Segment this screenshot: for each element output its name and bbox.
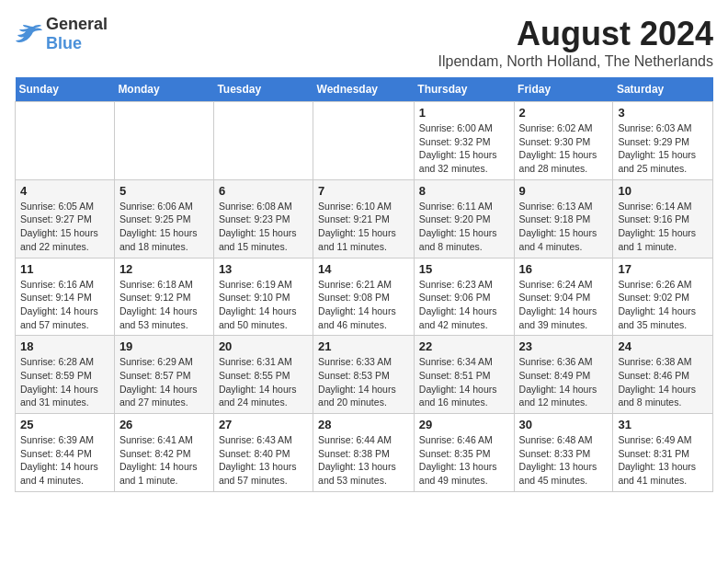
calendar-cell: 31Sunrise: 6:49 AM Sunset: 8:31 PM Dayli… (613, 414, 713, 492)
calendar-cell: 1Sunrise: 6:00 AM Sunset: 9:32 PM Daylig… (414, 102, 514, 180)
day-number: 4 (20, 184, 109, 198)
logo-general: General (46, 15, 108, 33)
day-number: 18 (20, 339, 109, 353)
day-info: Sunrise: 6:34 AM Sunset: 8:51 PM Dayligh… (419, 355, 509, 409)
day-of-week-header: Thursday (414, 77, 514, 102)
calendar-cell (114, 102, 213, 180)
day-info: Sunrise: 6:38 AM Sunset: 8:46 PM Dayligh… (618, 355, 708, 409)
day-number: 26 (119, 418, 209, 431)
day-info: Sunrise: 6:18 AM Sunset: 9:12 PM Dayligh… (119, 278, 209, 332)
logo-blue: Blue (46, 34, 82, 52)
day-number: 30 (519, 418, 609, 431)
day-of-week-header: Saturday (613, 77, 713, 102)
day-info: Sunrise: 6:03 AM Sunset: 9:29 PM Dayligh… (618, 121, 708, 176)
header: General Blue August 2024 Ilpendam, North… (15, 15, 713, 70)
day-number: 3 (618, 106, 708, 120)
calendar-cell: 22Sunrise: 6:34 AM Sunset: 8:51 PM Dayli… (414, 336, 514, 414)
calendar-cell: 29Sunrise: 6:46 AM Sunset: 8:35 PM Dayli… (414, 414, 514, 492)
calendar-cell: 6Sunrise: 6:08 AM Sunset: 9:23 PM Daylig… (213, 179, 313, 258)
calendar-cell: 2Sunrise: 6:02 AM Sunset: 9:30 PM Daylig… (514, 102, 613, 180)
calendar-cell: 16Sunrise: 6:24 AM Sunset: 9:04 PM Dayli… (514, 258, 613, 336)
logo-icon (15, 23, 42, 45)
day-number: 6 (219, 184, 308, 198)
day-info: Sunrise: 6:33 AM Sunset: 8:53 PM Dayligh… (318, 355, 409, 409)
day-number: 5 (119, 184, 209, 198)
day-number: 2 (519, 106, 609, 120)
day-number: 21 (318, 339, 409, 353)
calendar-cell: 28Sunrise: 6:44 AM Sunset: 8:38 PM Dayli… (313, 414, 415, 492)
day-of-week-header: Monday (114, 77, 213, 102)
page-subtitle: Ilpendam, North Holland, The Netherlands (438, 53, 713, 70)
day-info: Sunrise: 6:46 AM Sunset: 8:35 PM Dayligh… (419, 433, 509, 488)
page-title: August 2024 (438, 15, 713, 53)
day-info: Sunrise: 6:36 AM Sunset: 8:49 PM Dayligh… (519, 355, 609, 409)
calendar-cell (313, 102, 415, 180)
day-info: Sunrise: 6:44 AM Sunset: 8:38 PM Dayligh… (318, 433, 409, 488)
calendar-cell: 18Sunrise: 6:28 AM Sunset: 8:59 PM Dayli… (16, 336, 115, 414)
calendar-cell (213, 102, 313, 180)
day-info: Sunrise: 6:26 AM Sunset: 9:02 PM Dayligh… (618, 278, 708, 332)
day-info: Sunrise: 6:19 AM Sunset: 9:10 PM Dayligh… (219, 278, 308, 332)
day-info: Sunrise: 6:49 AM Sunset: 8:31 PM Dayligh… (618, 433, 708, 488)
calendar-cell: 10Sunrise: 6:14 AM Sunset: 9:16 PM Dayli… (613, 179, 713, 258)
day-number: 20 (219, 339, 308, 353)
day-number: 25 (20, 418, 109, 431)
day-info: Sunrise: 6:43 AM Sunset: 8:40 PM Dayligh… (219, 433, 308, 488)
day-number: 10 (618, 184, 708, 198)
day-number: 17 (618, 262, 708, 276)
calendar-cell: 30Sunrise: 6:48 AM Sunset: 8:33 PM Dayli… (514, 414, 613, 492)
calendar-table: SundayMondayTuesdayWednesdayThursdayFrid… (15, 77, 713, 492)
calendar-cell: 5Sunrise: 6:06 AM Sunset: 9:25 PM Daylig… (114, 179, 213, 258)
calendar-cell: 21Sunrise: 6:33 AM Sunset: 8:53 PM Dayli… (313, 336, 415, 414)
day-info: Sunrise: 6:28 AM Sunset: 8:59 PM Dayligh… (20, 355, 109, 409)
calendar-week-row: 25Sunrise: 6:39 AM Sunset: 8:44 PM Dayli… (16, 414, 713, 492)
calendar-cell: 27Sunrise: 6:43 AM Sunset: 8:40 PM Dayli… (213, 414, 313, 492)
day-info: Sunrise: 6:00 AM Sunset: 9:32 PM Dayligh… (419, 121, 509, 176)
day-info: Sunrise: 6:16 AM Sunset: 9:14 PM Dayligh… (20, 278, 109, 332)
day-number: 31 (618, 418, 708, 431)
calendar-cell: 7Sunrise: 6:10 AM Sunset: 9:21 PM Daylig… (313, 179, 415, 258)
day-info: Sunrise: 6:13 AM Sunset: 9:18 PM Dayligh… (519, 200, 609, 254)
day-info: Sunrise: 6:39 AM Sunset: 8:44 PM Dayligh… (20, 433, 109, 488)
calendar-cell: 15Sunrise: 6:23 AM Sunset: 9:06 PM Dayli… (414, 258, 514, 336)
day-number: 27 (219, 418, 308, 431)
day-info: Sunrise: 6:31 AM Sunset: 8:55 PM Dayligh… (219, 355, 308, 409)
title-area: August 2024 Ilpendam, North Holland, The… (438, 15, 713, 70)
calendar-week-row: 4Sunrise: 6:05 AM Sunset: 9:27 PM Daylig… (16, 179, 713, 258)
day-number: 24 (618, 339, 708, 353)
day-info: Sunrise: 6:08 AM Sunset: 9:23 PM Dayligh… (219, 200, 308, 254)
day-info: Sunrise: 6:48 AM Sunset: 8:33 PM Dayligh… (519, 433, 609, 488)
day-info: Sunrise: 6:29 AM Sunset: 8:57 PM Dayligh… (119, 355, 209, 409)
day-number: 9 (519, 184, 609, 198)
calendar-cell: 3Sunrise: 6:03 AM Sunset: 9:29 PM Daylig… (613, 102, 713, 180)
day-number: 15 (419, 262, 509, 276)
calendar-cell: 23Sunrise: 6:36 AM Sunset: 8:49 PM Dayli… (514, 336, 613, 414)
calendar-cell: 11Sunrise: 6:16 AM Sunset: 9:14 PM Dayli… (16, 258, 115, 336)
day-info: Sunrise: 6:24 AM Sunset: 9:04 PM Dayligh… (519, 278, 609, 332)
calendar-cell: 24Sunrise: 6:38 AM Sunset: 8:46 PM Dayli… (613, 336, 713, 414)
day-number: 12 (119, 262, 209, 276)
day-number: 28 (318, 418, 409, 431)
calendar-week-row: 18Sunrise: 6:28 AM Sunset: 8:59 PM Dayli… (16, 336, 713, 414)
day-number: 14 (318, 262, 409, 276)
calendar-cell (16, 102, 115, 180)
calendar-cell: 4Sunrise: 6:05 AM Sunset: 9:27 PM Daylig… (16, 179, 115, 258)
day-info: Sunrise: 6:21 AM Sunset: 9:08 PM Dayligh… (318, 278, 409, 332)
calendar-header-row: SundayMondayTuesdayWednesdayThursdayFrid… (16, 77, 713, 102)
calendar-cell: 8Sunrise: 6:11 AM Sunset: 9:20 PM Daylig… (414, 179, 514, 258)
day-number: 13 (219, 262, 308, 276)
day-info: Sunrise: 6:14 AM Sunset: 9:16 PM Dayligh… (618, 200, 708, 254)
calendar-cell: 26Sunrise: 6:41 AM Sunset: 8:42 PM Dayli… (114, 414, 213, 492)
day-info: Sunrise: 6:41 AM Sunset: 8:42 PM Dayligh… (119, 433, 209, 488)
day-of-week-header: Tuesday (213, 77, 313, 102)
day-number: 29 (419, 418, 509, 431)
day-of-week-header: Wednesday (313, 77, 415, 102)
day-number: 23 (519, 339, 609, 353)
day-info: Sunrise: 6:06 AM Sunset: 9:25 PM Dayligh… (119, 200, 209, 254)
calendar-cell: 19Sunrise: 6:29 AM Sunset: 8:57 PM Dayli… (114, 336, 213, 414)
calendar-week-row: 1Sunrise: 6:00 AM Sunset: 9:32 PM Daylig… (16, 102, 713, 180)
calendar-cell: 9Sunrise: 6:13 AM Sunset: 9:18 PM Daylig… (514, 179, 613, 258)
calendar-cell: 14Sunrise: 6:21 AM Sunset: 9:08 PM Dayli… (313, 258, 415, 336)
day-number: 16 (519, 262, 609, 276)
calendar-cell: 20Sunrise: 6:31 AM Sunset: 8:55 PM Dayli… (213, 336, 313, 414)
